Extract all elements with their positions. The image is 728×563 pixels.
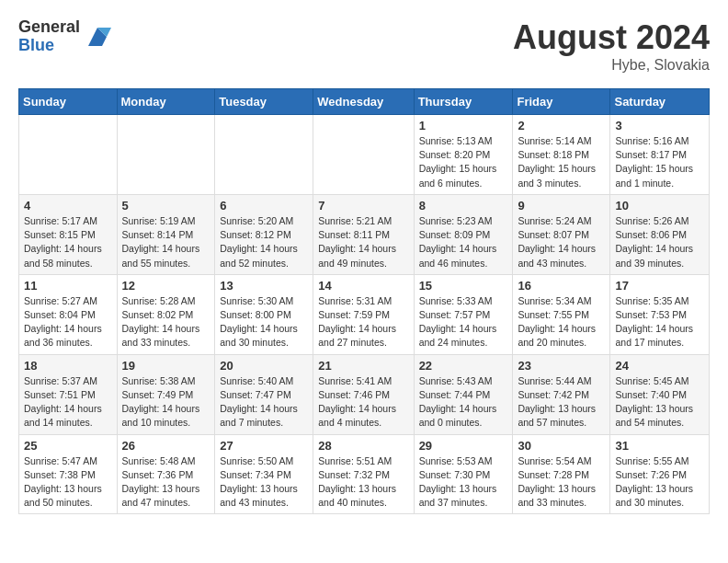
day-number: 18 bbox=[24, 359, 112, 373]
calendar-week-row: 18Sunrise: 5:37 AM Sunset: 7:51 PM Dayli… bbox=[19, 354, 710, 434]
calendar-cell: 5Sunrise: 5:19 AM Sunset: 8:14 PM Daylig… bbox=[117, 194, 215, 274]
day-number: 8 bbox=[419, 199, 508, 213]
day-detail: Sunrise: 5:48 AM Sunset: 7:36 PM Dayligh… bbox=[122, 454, 210, 511]
day-detail: Sunrise: 5:35 AM Sunset: 7:53 PM Dayligh… bbox=[615, 294, 704, 350]
day-detail: Sunrise: 5:45 AM Sunset: 7:40 PM Dayligh… bbox=[615, 374, 704, 431]
day-detail: Sunrise: 5:40 AM Sunset: 7:47 PM Dayligh… bbox=[220, 374, 308, 431]
day-detail: Sunrise: 5:53 AM Sunset: 7:30 PM Dayligh… bbox=[419, 454, 508, 511]
weekday-header-tuesday: Tuesday bbox=[215, 89, 313, 115]
calendar-cell: 14Sunrise: 5:31 AM Sunset: 7:59 PM Dayli… bbox=[313, 274, 414, 354]
calendar-week-row: 11Sunrise: 5:27 AM Sunset: 8:04 PM Dayli… bbox=[19, 274, 710, 354]
day-number: 26 bbox=[122, 439, 210, 453]
location: Hybe, Slovakia bbox=[513, 57, 710, 74]
day-detail: Sunrise: 5:28 AM Sunset: 8:02 PM Dayligh… bbox=[122, 294, 210, 350]
day-detail: Sunrise: 5:47 AM Sunset: 7:38 PM Dayligh… bbox=[24, 454, 112, 511]
calendar-cell bbox=[19, 115, 118, 195]
calendar-cell: 22Sunrise: 5:43 AM Sunset: 7:44 PM Dayli… bbox=[414, 354, 513, 434]
weekday-header-saturday: Saturday bbox=[610, 89, 710, 115]
day-number: 3 bbox=[615, 119, 704, 132]
day-number: 28 bbox=[318, 439, 408, 453]
day-detail: Sunrise: 5:55 AM Sunset: 7:26 PM Dayligh… bbox=[615, 454, 704, 511]
logo-text: General Blue bbox=[18, 18, 80, 55]
page-header: General Blue August 2024 Hybe, Slovakia bbox=[18, 18, 710, 74]
calendar-cell: 30Sunrise: 5:54 AM Sunset: 7:28 PM Dayli… bbox=[513, 434, 610, 514]
calendar-cell bbox=[313, 115, 414, 195]
day-detail: Sunrise: 5:41 AM Sunset: 7:46 PM Dayligh… bbox=[318, 374, 408, 431]
day-detail: Sunrise: 5:20 AM Sunset: 8:12 PM Dayligh… bbox=[220, 214, 308, 270]
calendar-cell bbox=[215, 115, 313, 195]
day-number: 21 bbox=[318, 359, 408, 373]
day-detail: Sunrise: 5:16 AM Sunset: 8:17 PM Dayligh… bbox=[615, 134, 704, 190]
day-number: 11 bbox=[24, 279, 112, 293]
day-number: 30 bbox=[518, 439, 605, 453]
calendar-cell: 11Sunrise: 5:27 AM Sunset: 8:04 PM Dayli… bbox=[19, 274, 118, 354]
day-number: 24 bbox=[615, 359, 704, 373]
day-detail: Sunrise: 5:17 AM Sunset: 8:15 PM Dayligh… bbox=[24, 214, 112, 270]
calendar-cell: 26Sunrise: 5:48 AM Sunset: 7:36 PM Dayli… bbox=[117, 434, 215, 514]
calendar-cell: 9Sunrise: 5:24 AM Sunset: 8:07 PM Daylig… bbox=[513, 194, 610, 274]
day-detail: Sunrise: 5:37 AM Sunset: 7:51 PM Dayligh… bbox=[24, 374, 112, 431]
calendar-cell: 28Sunrise: 5:51 AM Sunset: 7:32 PM Dayli… bbox=[313, 434, 414, 514]
calendar-cell: 31Sunrise: 5:55 AM Sunset: 7:26 PM Dayli… bbox=[610, 434, 710, 514]
calendar-cell: 2Sunrise: 5:14 AM Sunset: 8:18 PM Daylig… bbox=[513, 115, 610, 195]
day-number: 17 bbox=[615, 279, 704, 293]
calendar-cell: 16Sunrise: 5:34 AM Sunset: 7:55 PM Dayli… bbox=[513, 274, 610, 354]
day-number: 14 bbox=[318, 279, 408, 293]
day-number: 25 bbox=[24, 439, 112, 453]
calendar-week-row: 25Sunrise: 5:47 AM Sunset: 7:38 PM Dayli… bbox=[19, 434, 710, 514]
calendar-header-row: SundayMondayTuesdayWednesdayThursdayFrid… bbox=[19, 89, 710, 115]
day-detail: Sunrise: 5:34 AM Sunset: 7:55 PM Dayligh… bbox=[518, 294, 605, 350]
day-number: 9 bbox=[518, 199, 605, 213]
day-detail: Sunrise: 5:54 AM Sunset: 7:28 PM Dayligh… bbox=[518, 454, 605, 511]
day-number: 7 bbox=[318, 199, 408, 213]
day-detail: Sunrise: 5:38 AM Sunset: 7:49 PM Dayligh… bbox=[122, 374, 210, 431]
calendar-week-row: 1Sunrise: 5:13 AM Sunset: 8:20 PM Daylig… bbox=[19, 115, 710, 195]
calendar-cell: 20Sunrise: 5:40 AM Sunset: 7:47 PM Dayli… bbox=[215, 354, 313, 434]
day-detail: Sunrise: 5:51 AM Sunset: 7:32 PM Dayligh… bbox=[318, 454, 408, 511]
day-number: 31 bbox=[615, 439, 704, 453]
logo-blue: Blue bbox=[18, 37, 80, 55]
day-detail: Sunrise: 5:33 AM Sunset: 7:57 PM Dayligh… bbox=[419, 294, 508, 350]
day-detail: Sunrise: 5:50 AM Sunset: 7:34 PM Dayligh… bbox=[220, 454, 308, 511]
day-number: 4 bbox=[24, 199, 112, 213]
day-detail: Sunrise: 5:30 AM Sunset: 8:00 PM Dayligh… bbox=[220, 294, 308, 350]
calendar-cell: 15Sunrise: 5:33 AM Sunset: 7:57 PM Dayli… bbox=[414, 274, 513, 354]
day-detail: Sunrise: 5:24 AM Sunset: 8:07 PM Dayligh… bbox=[518, 214, 605, 270]
calendar-cell: 23Sunrise: 5:44 AM Sunset: 7:42 PM Dayli… bbox=[513, 354, 610, 434]
calendar-cell bbox=[117, 115, 215, 195]
day-detail: Sunrise: 5:27 AM Sunset: 8:04 PM Dayligh… bbox=[24, 294, 112, 350]
logo-icon bbox=[84, 23, 111, 51]
calendar-cell: 29Sunrise: 5:53 AM Sunset: 7:30 PM Dayli… bbox=[414, 434, 513, 514]
month-year: August 2024 bbox=[513, 18, 710, 57]
day-number: 5 bbox=[122, 199, 210, 213]
calendar-cell: 4Sunrise: 5:17 AM Sunset: 8:15 PM Daylig… bbox=[19, 194, 118, 274]
calendar-cell: 18Sunrise: 5:37 AM Sunset: 7:51 PM Dayli… bbox=[19, 354, 118, 434]
day-detail: Sunrise: 5:23 AM Sunset: 8:09 PM Dayligh… bbox=[419, 214, 508, 270]
day-detail: Sunrise: 5:44 AM Sunset: 7:42 PM Dayligh… bbox=[518, 374, 605, 431]
weekday-header-thursday: Thursday bbox=[414, 89, 513, 115]
day-detail: Sunrise: 5:19 AM Sunset: 8:14 PM Dayligh… bbox=[122, 214, 210, 270]
logo: General Blue bbox=[18, 18, 111, 55]
day-number: 27 bbox=[220, 439, 308, 453]
day-number: 20 bbox=[220, 359, 308, 373]
calendar-cell: 8Sunrise: 5:23 AM Sunset: 8:09 PM Daylig… bbox=[414, 194, 513, 274]
day-number: 22 bbox=[419, 359, 508, 373]
calendar-cell: 3Sunrise: 5:16 AM Sunset: 8:17 PM Daylig… bbox=[610, 115, 710, 195]
logo-general: General bbox=[18, 18, 80, 37]
calendar-cell: 27Sunrise: 5:50 AM Sunset: 7:34 PM Dayli… bbox=[215, 434, 313, 514]
day-detail: Sunrise: 5:31 AM Sunset: 7:59 PM Dayligh… bbox=[318, 294, 408, 350]
calendar-cell: 25Sunrise: 5:47 AM Sunset: 7:38 PM Dayli… bbox=[19, 434, 118, 514]
day-number: 16 bbox=[518, 279, 605, 293]
day-detail: Sunrise: 5:13 AM Sunset: 8:20 PM Dayligh… bbox=[419, 134, 508, 190]
calendar-cell: 10Sunrise: 5:26 AM Sunset: 8:06 PM Dayli… bbox=[610, 194, 710, 274]
day-detail: Sunrise: 5:26 AM Sunset: 8:06 PM Dayligh… bbox=[615, 214, 704, 270]
weekday-header-sunday: Sunday bbox=[19, 89, 118, 115]
day-number: 10 bbox=[615, 199, 704, 213]
weekday-header-friday: Friday bbox=[513, 89, 610, 115]
calendar-cell: 21Sunrise: 5:41 AM Sunset: 7:46 PM Dayli… bbox=[313, 354, 414, 434]
day-number: 1 bbox=[419, 119, 508, 132]
title-block: August 2024 Hybe, Slovakia bbox=[513, 18, 710, 74]
calendar-cell: 24Sunrise: 5:45 AM Sunset: 7:40 PM Dayli… bbox=[610, 354, 710, 434]
day-number: 15 bbox=[419, 279, 508, 293]
weekday-header-wednesday: Wednesday bbox=[313, 89, 414, 115]
